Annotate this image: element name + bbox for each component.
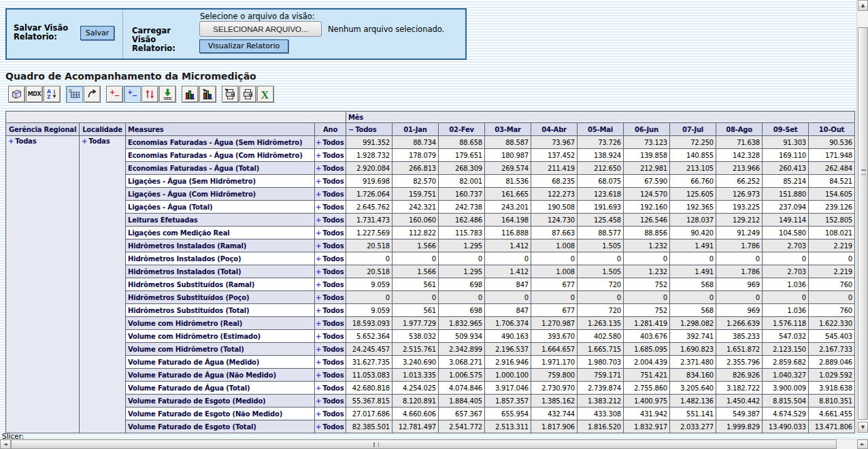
expand-icon[interactable]: + [316, 229, 321, 237]
value-cell: 8.120.891 [393, 395, 439, 408]
expand-icon[interactable]: + [316, 397, 321, 405]
value-cell: 677 [531, 304, 578, 317]
value-cell: 1.412 [485, 265, 531, 278]
expand-icon[interactable]: + [316, 178, 321, 185]
expand-icon[interactable]: + [316, 203, 321, 211]
olap-navigator-button[interactable] [8, 86, 25, 103]
expand-icon[interactable]: + [316, 294, 321, 301]
collapse-icon[interactable]: − [348, 126, 354, 133]
drill-replace-button[interactable] [141, 86, 158, 103]
swap-axes-button[interactable] [84, 86, 101, 103]
scroll-left-arrow-icon[interactable]: ◄ [0, 439, 11, 449]
ano-header: Ano [315, 123, 346, 136]
expand-icon[interactable]: + [8, 137, 14, 145]
expand-icon[interactable]: + [316, 242, 321, 250]
print-pdf-button[interactable] [239, 86, 256, 103]
value-cell: 1.817.906 [531, 420, 578, 433]
member-label: Todos [355, 126, 376, 133]
value-cell: 1.816.520 [578, 420, 624, 433]
table-row: Hidrômetros Substituídos (Total)+Todos9.… [6, 304, 855, 317]
value-cell: 4.254.025 [393, 382, 439, 395]
vertical-scrollbar[interactable]: ▲ ▼ [856, 0, 868, 433]
expand-icon[interactable]: + [316, 307, 321, 314]
ano-member: +Todos [315, 239, 346, 252]
member-label: Todos [322, 165, 344, 172]
ano-member: +Todos [315, 136, 346, 149]
value-cell: 8.810.351 [809, 395, 855, 408]
measure-cell: Ligações - Água (Total) [126, 201, 315, 214]
select-file-button[interactable]: SELECIONAR ARQUIVO... [199, 21, 322, 37]
expand-icon[interactable]: + [316, 190, 321, 198]
vertical-scrollbar-thumb[interactable] [858, 27, 868, 420]
expand-icon[interactable]: + [316, 384, 321, 392]
value-cell: 266.813 [393, 162, 439, 175]
show-parent-members-button[interactable]: 0 [66, 86, 83, 103]
expand-icon[interactable]: + [316, 268, 321, 276]
ano-member: +Todos [315, 330, 346, 343]
expand-icon[interactable]: + [316, 359, 321, 366]
value-cell: 151.880 [763, 188, 809, 201]
expand-icon[interactable]: + [316, 255, 321, 263]
ano-member: +Todos [315, 278, 346, 291]
value-cell: 66.760 [670, 175, 716, 188]
drill-position-button[interactable]: +− [124, 86, 141, 103]
drill-through-button[interactable] [159, 86, 176, 103]
expand-icon[interactable]: + [316, 152, 321, 159]
scroll-down-arrow-icon[interactable]: ▼ [858, 422, 868, 433]
expand-icon[interactable]: + [316, 165, 321, 172]
value-cell: 192.160 [624, 201, 670, 214]
expand-icon[interactable]: + [316, 423, 321, 431]
chart-config-button[interactable] [199, 86, 216, 103]
value-cell: 179.651 [439, 149, 485, 162]
save-button[interactable]: Salvar [80, 26, 114, 40]
expand-icon[interactable]: + [316, 346, 321, 353]
member-label: Todos [322, 423, 344, 431]
measure-cell: Hidrômetros Instalados (Total) [126, 265, 315, 278]
sort-toggle-button[interactable]: AZ [44, 86, 61, 103]
expand-icon[interactable]: + [82, 137, 87, 145]
show-chart-button[interactable] [182, 86, 199, 103]
value-cell: 73.967 [531, 136, 578, 149]
print-config-button[interactable] [222, 86, 239, 103]
value-cell: 1.013.335 [393, 369, 439, 382]
scroll-up-arrow-icon[interactable]: ▲ [858, 0, 868, 11]
value-cell: 1.385.162 [531, 395, 578, 408]
expand-icon[interactable]: + [316, 281, 321, 288]
value-cell: 108.021 [809, 227, 855, 239]
drill-member-button[interactable]: +− [106, 86, 123, 103]
expand-icon[interactable]: + [316, 139, 321, 146]
value-cell: 9.059 [346, 278, 393, 291]
table-row: Economias Faturadas - Água (Com Hidrômet… [6, 149, 855, 162]
member-label: Todos [322, 139, 344, 146]
value-cell: 545.403 [809, 330, 855, 343]
table-row: Hidrômetros Substituídos (Poço)+Todos000… [6, 291, 855, 304]
horizontal-scrollbar-thumb[interactable] [11, 439, 837, 449]
table-row: Volume com Hidrômetro (Real)+Todos18.593… [6, 317, 855, 330]
expand-icon[interactable]: + [316, 410, 321, 418]
expand-icon[interactable]: + [316, 216, 321, 224]
scroll-right-arrow-icon[interactable]: ► [857, 439, 868, 449]
value-cell: 538.032 [393, 330, 439, 343]
gerencia-regional-member: +Todas [6, 136, 80, 433]
value-cell: 720 [578, 278, 624, 291]
value-cell: 213.105 [670, 162, 716, 175]
value-cell: 164.198 [485, 214, 531, 227]
value-cell: 242.738 [439, 201, 485, 214]
table-row: Volume com Hidrômetro (Estimado)+Todos5.… [6, 330, 855, 343]
horizontal-scrollbar[interactable]: ◄ ► [0, 439, 868, 449]
value-cell: 392.741 [670, 330, 716, 343]
expand-icon[interactable]: + [316, 320, 321, 327]
value-cell: 0 [763, 291, 809, 304]
value-cell: 4.674.529 [763, 408, 809, 420]
bar-chart-icon [184, 88, 197, 101]
value-cell: 1.971.170 [531, 356, 578, 369]
view-report-button[interactable]: Visualizar Relatorio [199, 39, 288, 53]
export-excel-button[interactable]: X [257, 86, 274, 103]
mdx-editor-button[interactable]: MDX [26, 86, 43, 103]
expand-icon[interactable]: + [316, 333, 321, 340]
table-row: Hidrômetros Instalados (Total)+Todos20.5… [6, 265, 855, 278]
expand-icon[interactable]: + [316, 371, 321, 379]
member-label: Todos [322, 346, 344, 353]
value-cell: 698 [439, 304, 485, 317]
value-cell: 149.114 [763, 214, 809, 227]
